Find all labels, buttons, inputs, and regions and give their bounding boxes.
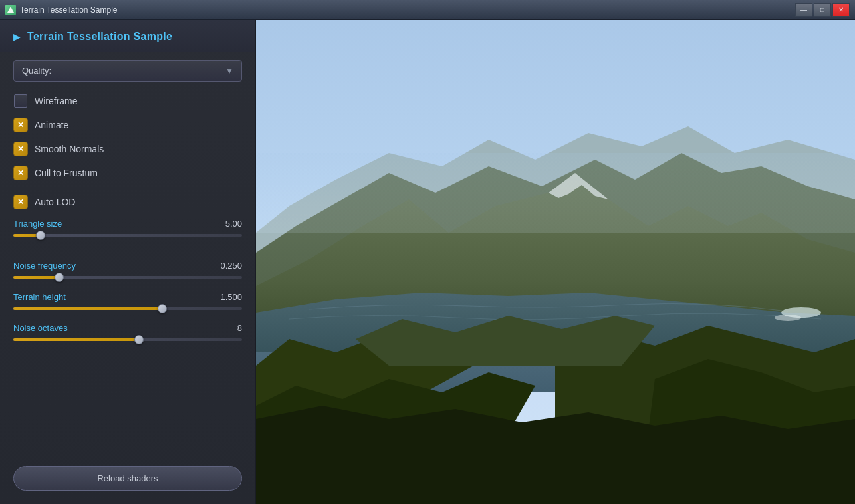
sidebar-header: ▶ Terrain Tessellation Sample bbox=[0, 20, 255, 52]
animate-label: Animate bbox=[35, 120, 68, 130]
auto-lod-checkbox[interactable]: ✕ bbox=[13, 195, 28, 209]
noise-octaves-section: Noise octaves 8 bbox=[13, 323, 242, 341]
noise-octaves-slider[interactable] bbox=[13, 338, 242, 341]
sidebar: ▶ Terrain Tessellation Sample Quality: ▼… bbox=[0, 20, 256, 504]
wireframe-checkbox[interactable] bbox=[13, 94, 28, 108]
terrain-height-label: Terrain height bbox=[13, 292, 66, 302]
close-button[interactable]: ✕ bbox=[832, 3, 850, 17]
svg-point-3 bbox=[775, 315, 801, 321]
dropdown-arrow-icon: ▼ bbox=[225, 66, 233, 76]
cull-to-frustum-label: Cull to Frustum bbox=[35, 168, 98, 178]
svg-marker-0 bbox=[7, 7, 14, 13]
smooth-normals-checkbox-box: ✕ bbox=[13, 142, 28, 156]
terrain-scene bbox=[256, 20, 855, 504]
option-cull-to-frustum[interactable]: ✕ Cull to Frustum bbox=[13, 166, 242, 180]
sidebar-title: Terrain Tessellation Sample bbox=[27, 31, 172, 43]
wireframe-label: Wireframe bbox=[35, 96, 78, 106]
cull-to-frustum-checkbox-box: ✕ bbox=[13, 166, 28, 180]
noise-octaves-label: Noise octaves bbox=[13, 323, 68, 333]
quality-dropdown[interactable]: Quality: ▼ bbox=[13, 60, 242, 82]
sidebar-content: Quality: ▼ Wireframe ✕ Animate bbox=[0, 52, 255, 461]
noise-octaves-value: 8 bbox=[237, 323, 242, 333]
window-title: Terrain Tessellation Sample bbox=[20, 5, 118, 15]
triangle-size-header: Triangle size 5.00 bbox=[13, 219, 242, 229]
option-animate[interactable]: ✕ Animate bbox=[13, 118, 242, 132]
noise-frequency-label: Noise frequency bbox=[13, 261, 76, 271]
terrain-height-section: Terrain height 1.500 bbox=[13, 292, 242, 310]
quality-dropdown-container: Quality: ▼ bbox=[13, 60, 242, 82]
quality-label: Quality: bbox=[22, 66, 51, 76]
svg-rect-4 bbox=[256, 153, 855, 233]
noise-octaves-thumb[interactable] bbox=[134, 335, 144, 344]
app-icon bbox=[5, 5, 16, 15]
option-smooth-normals[interactable]: ✕ Smooth Normals bbox=[13, 142, 242, 156]
noise-frequency-section: Noise frequency 0.250 bbox=[13, 261, 242, 279]
animate-checkbox[interactable]: ✕ bbox=[13, 118, 28, 132]
terrain-height-slider[interactable] bbox=[13, 307, 242, 310]
triangle-size-value: 5.00 bbox=[225, 219, 242, 229]
triangle-size-label: Triangle size bbox=[13, 219, 62, 229]
auto-lod-label: Auto LOD bbox=[35, 197, 75, 207]
smooth-normals-checkbox[interactable]: ✕ bbox=[13, 142, 28, 156]
animate-checkbox-box: ✕ bbox=[13, 118, 28, 132]
option-wireframe[interactable]: Wireframe bbox=[13, 94, 242, 108]
window-controls: — □ ✕ bbox=[795, 3, 850, 17]
noise-frequency-header: Noise frequency 0.250 bbox=[13, 261, 242, 271]
terrain-height-fill bbox=[13, 307, 162, 310]
cull-to-frustum-checkbox[interactable]: ✕ bbox=[13, 166, 28, 180]
noise-frequency-fill bbox=[13, 276, 59, 279]
minimize-button[interactable]: — bbox=[795, 3, 812, 17]
collapse-icon[interactable]: ▶ bbox=[13, 31, 21, 42]
title-bar: Terrain Tessellation Sample — □ ✕ bbox=[0, 0, 855, 20]
reload-shaders-button[interactable]: Reload shaders bbox=[13, 466, 242, 491]
terrain-height-header: Terrain height 1.500 bbox=[13, 292, 242, 302]
noise-frequency-thumb[interactable] bbox=[55, 273, 64, 282]
triangle-size-thumb[interactable] bbox=[36, 231, 45, 240]
wireframe-checkbox-box bbox=[14, 94, 27, 108]
main-container: ▶ Terrain Tessellation Sample Quality: ▼… bbox=[0, 20, 855, 504]
noise-frequency-value: 0.250 bbox=[220, 261, 242, 271]
noise-octaves-header: Noise octaves 8 bbox=[13, 323, 242, 333]
title-bar-left: Terrain Tessellation Sample bbox=[5, 5, 118, 15]
maximize-button[interactable]: □ bbox=[814, 3, 831, 17]
auto-lod-checkbox-box: ✕ bbox=[13, 195, 28, 209]
smooth-normals-label: Smooth Normals bbox=[35, 144, 104, 154]
option-auto-lod[interactable]: ✕ Auto LOD bbox=[13, 195, 242, 209]
noise-frequency-slider[interactable] bbox=[13, 276, 242, 279]
noise-octaves-fill bbox=[13, 338, 139, 341]
triangle-size-section: Triangle size 5.00 bbox=[13, 219, 242, 237]
viewport bbox=[256, 20, 855, 504]
terrain-height-value: 1.500 bbox=[220, 292, 242, 302]
triangle-size-slider[interactable] bbox=[13, 234, 242, 237]
terrain-height-thumb[interactable] bbox=[158, 304, 167, 313]
